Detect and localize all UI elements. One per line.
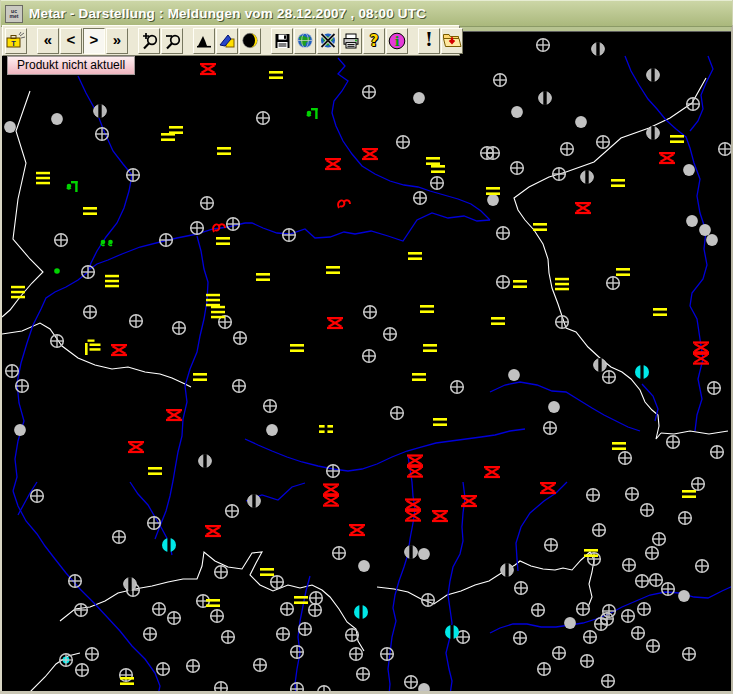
country-border [514,78,706,439]
overcast-symbol [413,92,425,104]
station-circle-symbol [363,86,376,99]
fog-symbol [11,286,25,299]
info-button[interactable]: i [386,28,408,54]
station-circle-symbol [96,128,109,141]
station-circle-symbol [226,505,239,518]
help-icon: ? [370,32,379,50]
river [642,384,658,421]
obscured-station-symbol [647,126,660,140]
moon-button[interactable] [239,28,261,54]
station-circle-symbol [6,365,19,378]
station-circle-symbol [283,229,296,242]
globe-off-button[interactable] [317,28,339,54]
station-circle-symbol [431,177,444,190]
print-button[interactable] [340,28,362,54]
station-circle-symbol [687,98,700,111]
app-icon-text2: met [10,14,19,19]
moon-icon [241,32,259,49]
station-circle-symbol [299,623,312,636]
fog-symbol [211,306,225,319]
fog-symbol [555,278,569,291]
mist-symbol [260,568,274,576]
toolbar-separator [184,26,193,55]
station-circle-symbol [173,322,186,335]
save-button[interactable] [271,28,293,54]
station-circle-symbol [157,663,170,676]
layers-button[interactable] [216,28,238,54]
mist-symbol [256,273,270,281]
save-icon [274,33,291,49]
mist-symbol [533,223,547,231]
overcast-symbol [511,106,523,118]
station-circle-symbol [647,640,660,653]
globe-icon [296,32,314,49]
snow-symbol [166,409,182,421]
station-circle-symbol [603,371,616,384]
overcast-symbol [706,234,718,246]
mist-symbol [431,165,445,173]
snow-symbol [484,466,500,478]
fog-symbol [206,294,220,307]
freezing-drizzle-symbol [338,200,350,208]
prev-button[interactable]: < [60,28,82,54]
station-circle-symbol [350,648,363,661]
river [490,382,640,431]
snow-symbol [325,158,341,170]
station-circle-symbol [264,400,277,413]
station-circle-symbol [623,559,636,572]
zoom-out-button[interactable] [161,28,183,54]
mist-symbol [326,266,340,274]
station-circle-symbol [291,646,304,659]
obscured-station-symbol [501,563,514,577]
station-circle-symbol [327,465,340,478]
first-button[interactable]: « [37,28,59,54]
station-circle-symbol [222,631,235,644]
station-circle-symbol [597,136,610,149]
station-circle-symbol [55,234,68,247]
weather-map[interactable] [2,31,731,692]
river [155,236,208,539]
chart-button[interactable] [193,28,215,54]
station-circle-symbol [577,603,590,616]
station-circle-symbol [384,328,397,341]
station-circle-symbol [696,560,709,573]
obscured-station-symbol [124,577,137,591]
app-icon: uc met [5,5,23,23]
zoom-in-button[interactable] [138,28,160,54]
heavy-snow-symbol [405,498,421,521]
station-circle-symbol [16,380,29,393]
station-circle-symbol [82,266,95,279]
last-button[interactable]: » [106,28,128,54]
station-circle-symbol [626,488,639,501]
river [690,56,713,131]
new-product-button[interactable]: T [5,28,27,54]
station-circle-symbol [556,316,569,329]
country-border [661,431,728,434]
obscured-station-symbol [592,42,605,56]
station-circle-symbol [595,618,608,631]
mist-symbol [83,207,97,215]
obscured-station-symbol [581,170,594,184]
river [13,491,160,692]
alert-button[interactable]: ! [418,28,440,54]
station-circle-symbol [679,512,692,525]
station-circle-symbol [153,603,166,616]
mist-symbol [161,133,175,141]
drizzle-dot-symbol [54,268,60,274]
special-report-symbol [354,605,368,619]
station-circle-symbol [187,660,200,673]
snow-symbol [575,202,591,214]
station-circle-symbol [127,169,140,182]
station-circle-symbol [86,648,99,661]
special-report-symbol [445,625,459,639]
help-button[interactable]: ? [363,28,385,54]
snow-symbol [362,148,378,160]
status-badge: Produkt nicht aktuell [7,56,135,75]
station-circle-symbol [603,605,616,618]
archive-button[interactable] [441,28,463,54]
next-button[interactable]: > [83,28,105,54]
station-circle-symbol [487,147,500,160]
globe-button[interactable] [294,28,316,54]
svg-text:i: i [395,33,400,48]
station-circle-symbol [650,574,663,587]
